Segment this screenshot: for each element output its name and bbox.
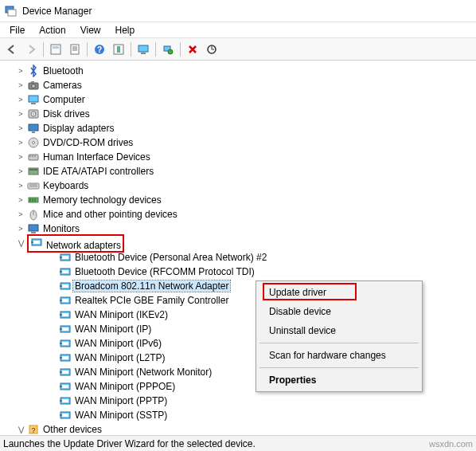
- display-icon: [27, 122, 40, 135]
- tree-category-dvd[interactable]: >DVD/CD-ROM drives: [0, 135, 476, 150]
- svg-point-18: [32, 84, 36, 88]
- svg-rect-20: [29, 96, 38, 102]
- expand-icon[interactable]: >: [16, 181, 25, 190]
- back-button[interactable]: [3, 41, 21, 58]
- tree-category-other[interactable]: ⋁?Other devices: [0, 422, 476, 435]
- svg-rect-1: [8, 10, 16, 16]
- menu-view[interactable]: View: [74, 23, 107, 37]
- collapse-icon[interactable]: ⋁: [16, 425, 25, 434]
- uninstall-button[interactable]: [184, 41, 201, 58]
- svg-point-24: [33, 113, 34, 115]
- tree-category-label: Keyboards: [43, 180, 88, 191]
- svg-rect-68: [62, 342, 68, 345]
- svg-rect-44: [29, 225, 38, 231]
- tree-category-display_adapters[interactable]: >Display adapters: [0, 121, 476, 135]
- watermark: wsxdn.com: [429, 439, 473, 449]
- tree-category-keyboards[interactable]: >Keyboards: [0, 178, 476, 193]
- tree-device[interactable]: >WAN Miniport (SSTP): [0, 408, 476, 422]
- tree-device-label: WAN Miniport (IPv6): [75, 338, 162, 349]
- tree-category-hid[interactable]: >Human Interface Devices: [0, 150, 476, 164]
- toolbar-separator: [43, 42, 44, 57]
- svg-rect-4: [71, 45, 79, 54]
- context-properties[interactable]: Properties: [258, 371, 420, 390]
- menu-file[interactable]: File: [3, 23, 31, 37]
- context-scan-hardware[interactable]: Scan for hardware changes: [258, 346, 420, 365]
- forward-button[interactable]: [22, 41, 40, 58]
- svg-rect-26: [32, 131, 35, 133]
- network-adapter-icon: [59, 308, 72, 321]
- highlight-box: Network adapters: [27, 234, 124, 253]
- tree-category-disk_drives[interactable]: >Disk drives: [0, 107, 476, 121]
- keyboard-icon: [27, 179, 40, 192]
- tree-device[interactable]: >WAN Miniport (PPTP): [0, 394, 476, 408]
- tree-device-label: WAN Miniport (Network Monitor): [75, 367, 212, 378]
- tree-category-mice[interactable]: >Mice and other pointing devices: [0, 207, 476, 222]
- svg-rect-59: [62, 299, 68, 302]
- svg-rect-41: [34, 198, 36, 202]
- network-adapter-icon: [59, 337, 72, 350]
- tree-category-network[interactable]: ⋁Network adapters: [0, 236, 476, 250]
- expand-icon[interactable]: >: [16, 167, 25, 176]
- action-button[interactable]: [110, 41, 127, 58]
- view-devices-button[interactable]: [135, 41, 152, 58]
- svg-rect-56: [62, 284, 68, 288]
- expand-icon[interactable]: >: [16, 66, 25, 76]
- tree-category-bluetooth[interactable]: >Bluetooth: [0, 64, 476, 78]
- toolbar: ?: [0, 38, 476, 61]
- svg-rect-62: [62, 313, 68, 316]
- tree-category-label: Human Interface Devices: [43, 151, 150, 163]
- context-disable-device[interactable]: Disable device: [258, 302, 420, 321]
- expand-icon[interactable]: >: [16, 138, 25, 147]
- svg-rect-77: [62, 385, 68, 388]
- svg-rect-50: [62, 256, 68, 259]
- svg-text:?: ?: [97, 45, 102, 54]
- expand-icon[interactable]: >: [16, 224, 25, 233]
- tree-category-computer[interactable]: >Computer: [0, 92, 476, 107]
- tree-category-label: Display adapters: [43, 123, 114, 134]
- menubar: File Action View Help: [0, 22, 476, 38]
- svg-rect-19: [31, 81, 34, 83]
- expand-icon[interactable]: >: [16, 210, 25, 219]
- tree-device-label: WAN Miniport (PPPOE): [75, 381, 175, 392]
- tree-device[interactable]: >Bluetooth Device (RFCOMM Protocol TDI): [0, 265, 476, 279]
- network-adapter-icon: [59, 294, 72, 307]
- context-update-driver[interactable]: Update driver: [258, 283, 420, 302]
- mouse-icon: [27, 208, 40, 221]
- svg-rect-31: [32, 155, 33, 157]
- help-button[interactable]: ?: [91, 41, 108, 58]
- show-hidden-button[interactable]: [47, 41, 64, 58]
- network-icon: [30, 236, 43, 249]
- tree-category-memory[interactable]: >Memory technology devices: [0, 193, 476, 207]
- properties-button[interactable]: [66, 41, 84, 58]
- expand-icon[interactable]: >: [16, 124, 25, 133]
- dvd-icon: [27, 136, 40, 149]
- tree-device-label: Realtek PCIe GBE Family Controller: [75, 295, 228, 306]
- svg-rect-53: [62, 270, 68, 273]
- expand-icon[interactable]: >: [16, 195, 25, 205]
- network-adapter-icon: [59, 351, 72, 364]
- device-manager-icon: [5, 5, 18, 18]
- tree-category-ide[interactable]: >IDE ATA/ATAPI controllers: [0, 164, 476, 178]
- tree-device-label: WAN Miniport (IP): [75, 324, 151, 335]
- hid-icon: [27, 151, 40, 163]
- expand-icon[interactable]: >: [16, 109, 25, 119]
- expand-icon[interactable]: >: [16, 95, 25, 104]
- other-icon: ?: [27, 423, 40, 435]
- tree-category-cameras[interactable]: >Cameras: [0, 78, 476, 92]
- context-uninstall-device[interactable]: Uninstall device: [258, 321, 420, 340]
- tree-category-label: Disk drives: [43, 108, 90, 120]
- tree-device-label: Broadcom 802.11n Network Adapter: [73, 280, 230, 292]
- scan-hardware-button[interactable]: [159, 41, 177, 58]
- menu-help[interactable]: Help: [109, 23, 142, 37]
- statusbar: Launches the Update Driver Wizard for th…: [0, 435, 476, 451]
- ide-icon: [27, 165, 40, 178]
- update-driver-button[interactable]: [203, 41, 220, 58]
- menu-action[interactable]: Action: [33, 23, 72, 37]
- expand-icon[interactable]: >: [16, 80, 25, 90]
- tree-category-label: Monitors: [43, 223, 80, 234]
- tree-device[interactable]: >Bluetooth Device (Personal Area Network…: [0, 250, 476, 265]
- expand-icon[interactable]: >: [16, 152, 25, 162]
- memory-icon: [27, 194, 40, 206]
- network-adapter-icon: [59, 251, 72, 264]
- collapse-icon[interactable]: ⋁: [16, 238, 25, 248]
